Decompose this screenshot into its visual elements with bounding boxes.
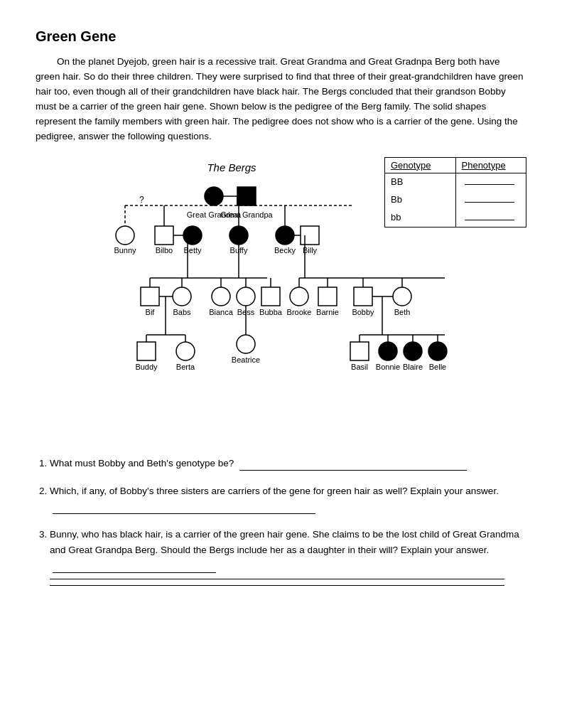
question-1: What must Bobby and Beth's genotype be?: [50, 456, 526, 471]
svg-rect-2: [237, 187, 256, 205]
svg-text:Babs: Babs: [173, 308, 191, 316]
svg-point-85: [428, 342, 447, 360]
svg-point-82: [404, 342, 422, 360]
svg-point-79: [379, 342, 397, 360]
svg-text:Bianca: Bianca: [209, 308, 234, 316]
svg-text:Barnie: Barnie: [316, 308, 339, 316]
svg-text:Betty: Betty: [183, 246, 202, 255]
svg-point-47: [212, 287, 230, 306]
svg-rect-24: [301, 226, 319, 245]
phenotype-bb-cell: [455, 173, 526, 191]
question-1-answer[interactable]: [239, 470, 467, 471]
svg-text:Great Grandpa: Great Grandpa: [220, 210, 273, 219]
genotype-Bb-cell: Bb: [385, 191, 455, 209]
svg-text:Bunny: Bunny: [114, 246, 136, 255]
svg-point-42: [176, 342, 195, 360]
svg-text:Beatrice: Beatrice: [231, 355, 259, 364]
question-1-text: What must Bobby and Beth's genotype be?: [50, 458, 234, 469]
phenotype-header: Phenotype: [455, 158, 526, 173]
page-title: Green Gene: [36, 28, 526, 45]
pedigree-container: Genotype Phenotype BB Bb bb The Bergs: [36, 157, 526, 434]
question-3: Bunny, who has black hair, is a carrier …: [50, 527, 526, 586]
question-3-answer-line1[interactable]: [50, 579, 504, 579]
phenotype-bb2-cell: [455, 209, 526, 227]
question-2-text: Which, if any, of Bobby's three sisters …: [50, 486, 499, 496]
svg-rect-39: [137, 342, 156, 360]
question-3-answer-line2[interactable]: [50, 585, 504, 586]
svg-point-70: [393, 287, 411, 306]
questions-section: What must Bobby and Beth's genotype be? …: [36, 456, 526, 587]
svg-text:Blaire: Blaire: [402, 363, 422, 371]
svg-rect-30: [141, 287, 159, 306]
genotype-bb-cell: BB: [385, 173, 455, 191]
svg-rect-53: [261, 287, 280, 306]
genotype-bb2-cell: bb: [385, 209, 455, 227]
svg-rect-64: [318, 287, 337, 306]
svg-text:Becky: Becky: [274, 246, 296, 255]
svg-point-15: [183, 226, 202, 245]
svg-text:Brooke: Brooke: [286, 308, 311, 316]
svg-point-18: [229, 226, 248, 245]
svg-rect-67: [354, 287, 372, 306]
svg-text:Bif: Bif: [145, 308, 155, 316]
svg-text:Bilbo: Bilbo: [155, 246, 172, 255]
svg-point-33: [173, 287, 191, 306]
svg-rect-12: [155, 226, 173, 245]
svg-text:Bobby: Bobby: [352, 308, 374, 316]
question-2-answer[interactable]: [53, 513, 315, 514]
svg-text:Bubba: Bubba: [259, 308, 283, 316]
question-3-answer-inline[interactable]: [53, 572, 216, 573]
svg-point-56: [237, 335, 255, 353]
genotype-header: Genotype: [385, 158, 455, 173]
svg-point-9: [116, 226, 134, 245]
svg-text:Bonnie: Bonnie: [375, 363, 399, 371]
svg-text:Buddy: Buddy: [135, 363, 158, 371]
svg-text:The Bergs: The Bergs: [207, 161, 256, 173]
svg-rect-76: [350, 342, 369, 360]
intro-text: On the planet Dyejob, green hair is a re…: [36, 55, 526, 144]
svg-point-1: [205, 187, 223, 205]
svg-text:Beth: Beth: [394, 308, 410, 316]
svg-text:Basil: Basil: [351, 363, 368, 371]
phenotype-Bb-cell: [455, 191, 526, 209]
question-3-text: Bunny, who has black hair, is a carrier …: [50, 529, 519, 555]
svg-text:Berta: Berta: [175, 363, 195, 371]
svg-point-21: [276, 226, 294, 245]
svg-text:?: ?: [139, 195, 144, 205]
svg-point-61: [290, 287, 308, 306]
genotype-phenotype-table: Genotype Phenotype BB Bb bb: [384, 157, 526, 228]
svg-text:Belle: Belle: [428, 363, 445, 371]
svg-point-50: [237, 287, 255, 306]
question-2: Which, if any, of Bobby's three sisters …: [50, 483, 526, 514]
